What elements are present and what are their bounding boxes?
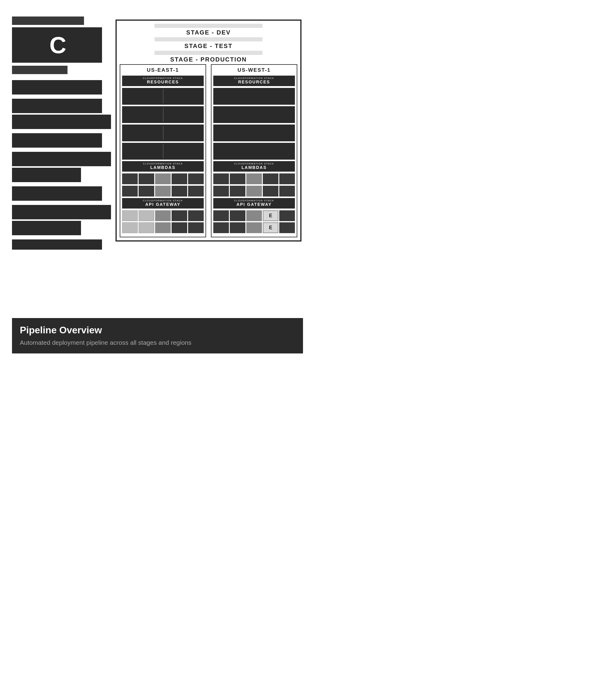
east-api-9 — [172, 222, 187, 233]
east-api-stack-header: CLOUDFORMATION STACK API GATEWAY — [122, 198, 204, 208]
west-resource-2 — [213, 106, 295, 123]
east-resource-1 — [122, 88, 204, 105]
divider-4 — [163, 144, 164, 158]
west-api-6 — [213, 222, 229, 233]
regions-container: US-EAST-1 CLOUDFORMATION STACK RESOURCES — [117, 64, 300, 240]
region-west-label: US-WEST-1 — [211, 65, 297, 76]
west-api-5 — [279, 210, 295, 221]
west-resources-stack-header: CLOUDFORMATION STACK RESOURCES — [213, 76, 295, 86]
west-lambda-6 — [213, 186, 229, 197]
left-logo-area: C — [12, 27, 102, 63]
left-group-1 — [12, 80, 114, 95]
left-bar-6a — [12, 205, 111, 219]
east-resources-stack-small: CLOUDFORMATION STACK — [124, 77, 202, 79]
east-resource-2 — [122, 106, 204, 123]
west-lambda-10 — [279, 186, 295, 197]
left-bar-5a — [12, 186, 102, 201]
west-api-8 — [246, 222, 262, 233]
left-bar-2a — [12, 99, 102, 113]
stage-prod-bar — [154, 51, 262, 55]
left-group-4 — [12, 152, 114, 182]
east-lambda-5 — [188, 173, 204, 184]
left-group-2 — [12, 99, 114, 129]
east-lambda-3 — [155, 173, 171, 184]
west-api-stack-header: CLOUDFORMATION STACK API GATEWAY — [213, 198, 295, 208]
left-bar-2b — [12, 115, 111, 129]
east-api-6 — [122, 222, 138, 233]
west-lambdas-stack-header: CLOUDFORMATION STACK LAMBDAS — [213, 161, 295, 172]
stage-prod-label: STAGE - PRODUCTION — [170, 55, 247, 64]
left-title-strip — [12, 17, 84, 25]
east-lambda-grid-row2 — [122, 186, 204, 197]
east-api-10 — [188, 222, 204, 233]
east-lambda-7 — [139, 186, 154, 197]
diagram-outer-border: STAGE - DEV STAGE - TEST STAGE - PRODUCT… — [116, 20, 301, 242]
left-bar-4a — [12, 152, 111, 166]
left-bar-1a — [12, 80, 102, 95]
bottom-title: Pipeline Overview — [20, 325, 295, 336]
stage-test-bar — [154, 37, 262, 42]
west-lambda-1 — [213, 173, 229, 184]
west-lambda-grid-row1 — [213, 173, 295, 184]
west-api-e-1: E — [263, 210, 278, 221]
east-resources-stack-large: RESOURCES — [124, 79, 202, 84]
stages-header: STAGE - DEV STAGE - TEST STAGE - PRODUCT… — [117, 21, 300, 64]
left-group-3 — [12, 133, 114, 148]
west-api-grid-row2: E — [213, 222, 295, 233]
east-api-grid-row1 — [122, 210, 204, 221]
divider-2 — [163, 107, 164, 122]
left-bar-4b — [12, 168, 81, 182]
east-resource-3 — [122, 125, 204, 141]
stage-dev-bar — [154, 24, 262, 28]
west-lambdas-stack-small: CLOUDFORMATION STACK — [215, 162, 293, 165]
east-api-2 — [139, 210, 154, 221]
west-api-3 — [246, 210, 262, 221]
stage-dev-label: STAGE - DEV — [186, 28, 231, 36]
east-lambda-9 — [172, 186, 187, 197]
east-resources-stack-header: CLOUDFORMATION STACK RESOURCES — [122, 76, 204, 86]
west-lambda-4 — [263, 173, 278, 184]
west-resources-stack-small: CLOUDFORMATION STACK — [215, 77, 293, 79]
east-api-8 — [155, 222, 171, 233]
east-api-3 — [155, 210, 171, 221]
west-lambdas-stack-large: LAMBDAS — [215, 165, 293, 170]
left-panel: C — [12, 17, 114, 254]
west-api-grid-row1: E — [213, 210, 295, 221]
region-us-west-1: US-WEST-1 CLOUDFORMATION STACK RESOURCES… — [211, 64, 297, 238]
west-lambda-9 — [263, 186, 278, 197]
east-api-4 — [172, 210, 187, 221]
left-group-6 — [12, 205, 114, 235]
west-lambda-5 — [279, 173, 295, 184]
west-api-7 — [230, 222, 245, 233]
east-api-stack-small: CLOUDFORMATION STACK — [124, 199, 202, 202]
west-api-2 — [230, 210, 245, 221]
left-bar-7a — [12, 240, 102, 250]
east-api-5 — [188, 210, 204, 221]
bottom-description: Automated deployment pipeline across all… — [20, 338, 295, 347]
bottom-info-panel: Pipeline Overview Automated deployment p… — [12, 318, 303, 353]
region-east-label: US-EAST-1 — [120, 65, 205, 76]
west-resource-3 — [213, 125, 295, 141]
west-lambda-8 — [246, 186, 262, 197]
east-api-1 — [122, 210, 138, 221]
west-api-stack-large: API GATEWAY — [215, 202, 293, 207]
west-api-e-2: E — [263, 222, 278, 233]
west-resource-1 — [213, 88, 295, 105]
east-lambda-8 — [155, 186, 171, 197]
east-lambda-4 — [172, 173, 187, 184]
east-lambda-grid-row1 — [122, 173, 204, 184]
east-api-stack-large: API GATEWAY — [124, 202, 202, 207]
west-lambda-2 — [230, 173, 245, 184]
east-lambdas-stack-large: LAMBDAS — [124, 165, 202, 170]
stage-test-label: STAGE - TEST — [184, 42, 232, 50]
east-lambdas-stack-header: CLOUDFORMATION STACK LAMBDAS — [122, 161, 204, 172]
west-lambda-3 — [246, 173, 262, 184]
stage-dev-row: STAGE - DEV — [122, 24, 296, 36]
left-bar-6b — [12, 221, 81, 235]
page-container: C — [0, 0, 600, 700]
east-api-7 — [139, 222, 154, 233]
region-us-east-1: US-EAST-1 CLOUDFORMATION STACK RESOURCES — [120, 64, 206, 238]
left-bar-3a — [12, 133, 102, 148]
stage-prod-row: STAGE - PRODUCTION — [122, 51, 296, 64]
east-lambda-6 — [122, 186, 138, 197]
